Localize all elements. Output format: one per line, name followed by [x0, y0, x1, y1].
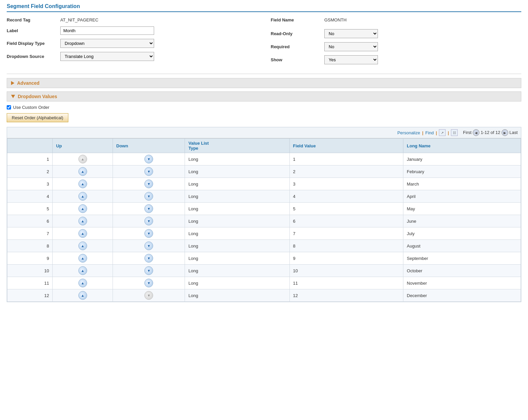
read-only-select[interactable]: No Yes [324, 29, 378, 38]
field-value-cell: 6 [289, 215, 403, 227]
dropdown-values-collapse-icon [11, 95, 15, 98]
value-list-type-cell: Long [185, 227, 289, 240]
up-button[interactable]: ▲ [78, 254, 87, 263]
long-name-cell: May [403, 203, 521, 215]
up-button[interactable]: ▲ [78, 167, 87, 176]
pagination-current: 1-12 of 12 [481, 130, 501, 135]
long-name-cell: September [403, 252, 521, 265]
up-button[interactable]: ▲ [78, 241, 87, 250]
down-cell: ▼ [113, 227, 185, 240]
field-value-cell: 8 [289, 240, 403, 252]
data-table: Up Down Value ListType Field Value Long … [7, 138, 521, 302]
first-label[interactable]: First [463, 130, 471, 135]
field-value-cell: 5 [289, 203, 403, 215]
down-button[interactable]: ▼ [144, 217, 153, 225]
show-row: Show Yes No [271, 55, 521, 64]
long-name-cell: August [403, 240, 521, 252]
up-cell: ▲ [53, 227, 113, 240]
up-button[interactable]: ▲ [78, 291, 87, 300]
up-cell: ▲ [53, 190, 113, 203]
dropdown-values-section-title: Dropdown Values [18, 94, 57, 99]
row-num: 5 [7, 203, 53, 215]
table-row: 11 ▲ ▼ Long 11 November [7, 277, 521, 289]
down-button[interactable]: ▼ [144, 229, 153, 238]
custom-order-label: Use Custom Order [13, 105, 49, 110]
field-display-type-select[interactable]: Dropdown [60, 39, 154, 48]
down-button[interactable]: ▼ [144, 155, 153, 163]
value-list-type-cell: Long [185, 252, 289, 265]
up-cell: ▲ [53, 289, 113, 302]
up-button: ▲ [78, 155, 87, 163]
row-num: 1 [7, 153, 53, 165]
expand-icon-btn[interactable]: ↗ [439, 129, 446, 136]
dropdown-source-select[interactable]: Translate Long [60, 52, 154, 61]
reset-order-button[interactable]: Reset Order (Alphabetical) [7, 113, 68, 122]
col-long-name: Long Name [403, 139, 521, 153]
row-num: 12 [7, 289, 53, 302]
grid-controls: Personalize | Find | ↗ | ☷ First ◀ 1-12 … [7, 127, 521, 138]
up-button[interactable]: ▲ [78, 279, 87, 287]
up-button[interactable]: ▲ [78, 266, 87, 275]
long-name-cell: June [403, 215, 521, 227]
down-button[interactable]: ▼ [144, 279, 153, 287]
row-num: 4 [7, 190, 53, 203]
field-name-label: Field Name [271, 17, 324, 22]
down-cell: ▼ [113, 277, 185, 289]
down-button[interactable]: ▼ [144, 254, 153, 263]
col-value-list-type: Value ListType [185, 139, 289, 153]
down-button[interactable]: ▼ [144, 192, 153, 201]
next-arrow[interactable]: ▶ [502, 129, 508, 136]
row-num: 10 [7, 265, 53, 277]
last-label[interactable]: Last [509, 130, 518, 135]
row-num: 8 [7, 240, 53, 252]
show-select[interactable]: Yes No [324, 55, 378, 64]
down-cell: ▼ [113, 252, 185, 265]
up-button[interactable]: ▲ [78, 229, 87, 238]
up-cell: ▲ [53, 265, 113, 277]
up-button[interactable]: ▲ [78, 192, 87, 201]
separator-3: | [448, 130, 449, 135]
up-button[interactable]: ▲ [78, 204, 87, 213]
dropdown-source-label: Dropdown Source [7, 54, 60, 59]
table-row: 10 ▲ ▼ Long 10 October [7, 265, 521, 277]
up-button[interactable]: ▲ [78, 217, 87, 225]
field-name-row: Field Name GSMONTH [271, 17, 521, 22]
down-cell: ▼ [113, 289, 185, 302]
down-button[interactable]: ▼ [144, 204, 153, 213]
down-button[interactable]: ▼ [144, 266, 153, 275]
read-only-label: Read-Only [271, 31, 324, 36]
chart-icon-btn[interactable]: ☷ [451, 129, 458, 136]
up-cell: ▲ [53, 153, 113, 165]
table-row: 8 ▲ ▼ Long 8 August [7, 240, 521, 252]
up-cell: ▲ [53, 215, 113, 227]
long-name-cell: February [403, 165, 521, 178]
pagination-area: First ◀ 1-12 of 12 ▶ Last [463, 129, 518, 136]
up-button[interactable]: ▲ [78, 180, 87, 188]
down-button[interactable]: ▼ [144, 180, 153, 188]
required-label: Required [271, 44, 324, 49]
dropdown-values-section-header[interactable]: Dropdown Values [7, 91, 521, 101]
read-only-row: Read-Only No Yes [271, 29, 521, 38]
down-button[interactable]: ▼ [144, 241, 153, 250]
table-row: 3 ▲ ▼ Long 3 March [7, 178, 521, 190]
separator-2: | [436, 130, 437, 135]
value-list-type-cell: Long [185, 153, 289, 165]
up-cell: ▲ [53, 165, 113, 178]
record-tag-value: AT_NIT_PAGEREC [60, 17, 98, 22]
advanced-section-header[interactable]: Advanced [7, 78, 521, 88]
custom-order-checkbox[interactable] [7, 105, 11, 110]
col-down: Down [113, 139, 185, 153]
down-cell: ▼ [113, 153, 185, 165]
required-select[interactable]: No Yes [324, 42, 378, 51]
record-tag-label: Record Tag [7, 17, 60, 22]
down-cell: ▼ [113, 265, 185, 277]
personalize-link[interactable]: Personalize [397, 130, 420, 135]
up-cell: ▲ [53, 240, 113, 252]
field-value-cell: 4 [289, 190, 403, 203]
find-link[interactable]: Find [425, 130, 434, 135]
label-input[interactable] [60, 26, 154, 35]
field-value-cell: 2 [289, 165, 403, 178]
table-header-row: Up Down Value ListType Field Value Long … [7, 139, 521, 153]
prev-arrow[interactable]: ◀ [473, 129, 479, 136]
down-button[interactable]: ▼ [144, 167, 153, 176]
